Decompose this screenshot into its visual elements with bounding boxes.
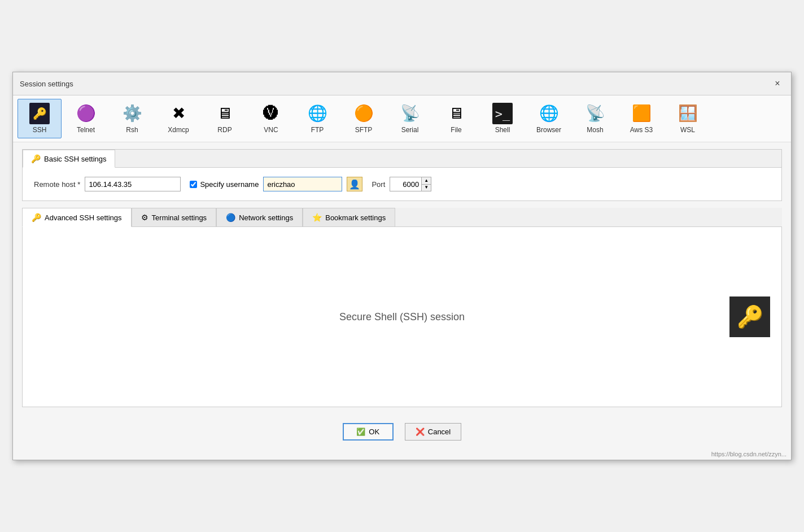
cancel-button[interactable]: ❌ Cancel xyxy=(405,423,461,441)
toolbar-label-shell: Shell xyxy=(495,126,510,134)
toolbar-icon-file: 🖥 xyxy=(446,103,466,124)
toolbar-label-mosh: Mosh xyxy=(587,126,603,134)
title-bar: Session settings × xyxy=(13,72,791,95)
specify-username-checkbox-label[interactable]: Specify username xyxy=(190,180,259,189)
ssh-session-label: Secure Shell (SSH) session xyxy=(339,311,465,323)
port-label: Port xyxy=(372,180,385,189)
toolbar-item-awss3[interactable]: 🟧 Aws S3 xyxy=(619,99,663,138)
dialog-title: Session settings xyxy=(20,80,73,88)
toolbar-icon-ssh: 🔑 xyxy=(29,103,50,124)
toolbar-label-serial: Serial xyxy=(401,126,419,134)
port-spinner: ▲ ▼ xyxy=(390,177,431,191)
cancel-label: Cancel xyxy=(428,428,451,436)
url-bar: https://blog.csdn.net/zzyn... xyxy=(13,450,791,460)
section-tab-icon-advanced: 🔑 xyxy=(32,213,41,222)
advanced-tabs-row: 🔑 Advanced SSH settings ⚙ Terminal setti… xyxy=(22,208,782,226)
toolbar-icon-serial: 📡 xyxy=(400,103,420,124)
session-type-toolbar: 🔑 SSH 🟣 Telnet ⚙️ Rsh ✖ Xdmcp 🖥 RDP 🅥 VN… xyxy=(13,95,791,142)
toolbar-icon-shell: >_ xyxy=(492,103,513,124)
username-input[interactable] xyxy=(263,177,342,191)
footer-buttons: ✅ OK ❌ Cancel xyxy=(13,414,791,450)
section-tab-icon-terminal: ⚙ xyxy=(141,213,148,222)
close-button[interactable]: × xyxy=(771,77,784,90)
toolbar-icon-rsh: ⚙️ xyxy=(122,103,142,124)
ok-button[interactable]: ✅ OK xyxy=(343,423,394,441)
toolbar-item-vnc[interactable]: 🅥 VNC xyxy=(249,99,293,138)
basic-ssh-tab-label: Basic SSH settings xyxy=(44,155,107,163)
section-tab-advanced[interactable]: 🔑 Advanced SSH settings xyxy=(22,208,132,227)
ssh-key-image: 🔑 xyxy=(729,296,770,337)
port-group: Port ▲ ▼ xyxy=(372,177,431,191)
section-tab-network[interactable]: 🔵 Network settings xyxy=(216,208,303,227)
toolbar-item-mosh[interactable]: 📡 Mosh xyxy=(573,99,617,138)
toolbar-icon-xdmcp: ✖ xyxy=(168,103,189,124)
toolbar-item-ftp[interactable]: 🌐 FTP xyxy=(295,99,339,138)
toolbar-icon-sftp: 🟠 xyxy=(353,103,374,124)
toolbar-item-ssh[interactable]: 🔑 SSH xyxy=(18,99,62,138)
toolbar-item-file[interactable]: 🖥 File xyxy=(434,99,478,138)
toolbar-icon-wsl: 🪟 xyxy=(678,103,698,124)
toolbar-item-shell[interactable]: >_ Shell xyxy=(480,99,525,138)
toolbar-label-wsl: WSL xyxy=(680,126,695,134)
toolbar-label-xdmcp: Xdmcp xyxy=(168,126,189,134)
port-decrement-button[interactable]: ▼ xyxy=(422,184,431,191)
content-area: 🔑 Basic SSH settings Remote host * Speci… xyxy=(13,142,791,414)
toolbar-item-rsh[interactable]: ⚙️ Rsh xyxy=(110,99,154,138)
toolbar-label-telnet: Telnet xyxy=(77,126,95,134)
section-tab-label-advanced: Advanced SSH settings xyxy=(45,213,122,222)
username-group: Specify username 👤 xyxy=(190,177,362,191)
toolbar-icon-mosh: 📡 xyxy=(585,103,605,124)
basic-settings-panel: 🔑 Basic SSH settings Remote host * Speci… xyxy=(22,149,782,201)
toolbar-item-rdp[interactable]: 🖥 RDP xyxy=(203,99,247,138)
specify-username-label: Specify username xyxy=(200,180,259,189)
toolbar-label-rsh: Rsh xyxy=(126,126,138,134)
section-tab-bookmark[interactable]: ⭐ Bookmark settings xyxy=(303,208,395,227)
basic-settings-row: Remote host * Specify username 👤 Port xyxy=(34,177,770,191)
port-increment-button[interactable]: ▲ xyxy=(422,177,431,184)
toolbar-label-ssh: SSH xyxy=(33,126,47,134)
toolbar-icon-rdp: 🖥 xyxy=(215,103,235,124)
toolbar-item-sftp[interactable]: 🟠 SFTP xyxy=(342,99,386,138)
remote-host-group: Remote host * xyxy=(34,177,181,191)
section-tab-icon-bookmark: ⭐ xyxy=(312,213,322,222)
tab-basic-ssh[interactable]: 🔑 Basic SSH settings xyxy=(23,150,115,168)
toolbar-icon-ftp: 🌐 xyxy=(307,103,327,124)
toolbar-icon-browser: 🌐 xyxy=(539,103,559,124)
toolbar-label-vnc: VNC xyxy=(264,126,278,134)
advanced-section: 🔑 Advanced SSH settings ⚙ Terminal setti… xyxy=(22,208,782,407)
toolbar-item-wsl[interactable]: 🪟 WSL xyxy=(666,99,710,138)
section-tab-label-terminal: Terminal settings xyxy=(152,213,207,222)
ok-icon: ✅ xyxy=(356,428,365,436)
toolbar-icon-telnet: 🟣 xyxy=(76,103,96,124)
toolbar-label-awss3: Aws S3 xyxy=(630,126,653,134)
section-tab-terminal[interactable]: ⚙ Terminal settings xyxy=(132,208,217,227)
basic-ssh-tab-icon: 🔑 xyxy=(31,154,41,163)
toolbar-item-xdmcp[interactable]: ✖ Xdmcp xyxy=(156,99,200,138)
basic-tabs: 🔑 Basic SSH settings xyxy=(23,150,781,168)
toolbar-item-telnet[interactable]: 🟣 Telnet xyxy=(64,99,108,138)
toolbar-icon-vnc: 🅥 xyxy=(261,103,281,124)
section-tab-label-bookmark: Bookmark settings xyxy=(325,213,386,222)
toolbar-label-file: File xyxy=(451,126,461,134)
toolbar-label-rdp: RDP xyxy=(217,126,231,134)
ok-label: OK xyxy=(369,428,379,436)
toolbar-item-browser[interactable]: 🌐 Browser xyxy=(527,99,571,138)
basic-settings-body: Remote host * Specify username 👤 Port xyxy=(23,168,781,200)
cancel-icon: ❌ xyxy=(416,428,425,436)
specify-username-checkbox[interactable] xyxy=(190,181,197,188)
toolbar-label-sftp: SFTP xyxy=(355,126,373,134)
url-text: https://blog.csdn.net/zzyn... xyxy=(711,451,786,457)
toolbar-item-serial[interactable]: 📡 Serial xyxy=(388,99,432,138)
toolbar-label-browser: Browser xyxy=(536,126,561,134)
user-browse-button[interactable]: 👤 xyxy=(347,177,362,191)
remote-host-input[interactable] xyxy=(85,177,181,191)
remote-host-label: Remote host * xyxy=(34,180,80,189)
toolbar-icon-awss3: 🟧 xyxy=(631,103,652,124)
session-settings-dialog: Session settings × 🔑 SSH 🟣 Telnet ⚙️ Rsh… xyxy=(12,72,792,460)
port-input[interactable] xyxy=(390,177,421,191)
section-tab-label-network: Network settings xyxy=(239,213,293,222)
section-tab-icon-network: 🔵 xyxy=(226,213,235,222)
toolbar-label-ftp: FTP xyxy=(311,126,324,134)
spin-buttons: ▲ ▼ xyxy=(421,177,431,191)
main-content-panel: Secure Shell (SSH) session 🔑 xyxy=(22,226,782,407)
